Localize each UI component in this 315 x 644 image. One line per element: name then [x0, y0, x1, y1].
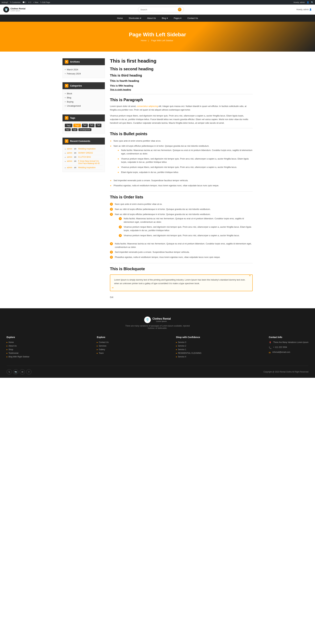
nav-about[interactable]: About Us — [144, 14, 159, 22]
admin-avatar[interactable]: 👤 — [307, 1, 309, 4]
footer-link-service4[interactable]: Service 4 — [176, 356, 202, 358]
footer-link-residential[interactable]: RESIDENTIAL CLEANING — [176, 352, 202, 354]
divider-3 — [110, 191, 253, 192]
bullet-list: Nunc quis ante et enim viverra porttitor… — [110, 138, 253, 188]
comment-4: admin on F-Zone New Arrival 5 In One Fac… — [65, 159, 102, 166]
category-blog[interactable]: Blog — [65, 96, 102, 100]
order-nested-1: Nulla facilisi. Maecenas lacinia ac nisl… — [119, 216, 253, 225]
comment-post-3[interactable]: CLUTCH BAG — [78, 156, 91, 158]
nav-pages[interactable]: Pages ▾ — [171, 14, 184, 22]
footer-link-home[interactable]: Home — [6, 341, 29, 344]
comment-author-4[interactable]: admin — [67, 160, 72, 162]
footer-col-contact-title: Contact Info — [269, 336, 309, 338]
search-input[interactable] — [140, 8, 177, 11]
tag-tag3[interactable]: Tag3 — [73, 124, 81, 127]
footer-link-shop[interactable]: Shop — [6, 348, 29, 351]
footer-link-contact[interactable]: Contact Us — [97, 341, 108, 344]
divider-4 — [110, 263, 253, 263]
footer-top: 👕 Clothes Rental Lorem Ipsum. There are … — [6, 316, 309, 329]
comment-author-3[interactable]: admin — [67, 156, 72, 158]
divider-2 — [110, 128, 253, 128]
archive-march[interactable]: March 2024 — [65, 68, 102, 72]
category-block[interactable]: Block — [65, 92, 102, 96]
archives-list: March 2024 February 2024 — [65, 68, 102, 76]
comment-author-5[interactable]: admin — [67, 166, 72, 169]
footer-link-service3[interactable]: Service 3 — [176, 341, 202, 344]
admin-bar-updates[interactable]: ⟳ 3 — [28, 1, 31, 4]
paragraph-link[interactable]: consectetur adipiscing — [137, 105, 158, 108]
tags-list: Tag1 Tag3 Tag4 Tag5 Tag6 Tag7 Tag8 Uncat… — [62, 122, 105, 133]
comment-post-4[interactable]: F-Zone New Arrival 5 In One Face Makeup … — [78, 160, 102, 164]
admin-bar-customize[interactable]: ✎ Customize — [10, 1, 20, 4]
social-instagram[interactable]: 📷 — [13, 369, 18, 374]
tag-tag8[interactable]: Tag8 — [72, 128, 78, 131]
category-buying[interactable]: Buying — [65, 100, 102, 104]
nav-contact[interactable]: Contact Us — [184, 14, 201, 22]
admin-bar-new[interactable]: + New — [33, 1, 38, 3]
footer-link-service1[interactable]: Service 1 — [176, 348, 202, 351]
widget-comments-body: admin on Wedding Inspiration admin on SK… — [62, 144, 105, 172]
contact-email: ✉ infomail@email.com — [269, 351, 309, 354]
widget-comments-icon: ▼ — [65, 139, 68, 143]
footer-col-shop-title: Shop with Confidence — [176, 336, 202, 338]
edit-link[interactable]: Edit — [110, 296, 113, 298]
footer-link-blog-right[interactable]: Blog With Right Sidebar — [6, 356, 29, 358]
nav-shortcodes[interactable]: Shortcodes ▾ — [126, 14, 144, 22]
order-1: Nunc quis ante et enim viverra porttitor… — [110, 202, 253, 207]
blockquote-box: " Lorem Ipsum is simply dummy text of th… — [110, 274, 253, 291]
nav-home[interactable]: Home — [114, 14, 126, 22]
quote-mark-top: " — [249, 274, 251, 279]
footer-link-gallery[interactable]: Gallery — [97, 348, 108, 351]
category-uncategorized[interactable]: Uncategorized — [65, 104, 102, 108]
comment-2: admin on SKINNY DRESS — [65, 151, 102, 155]
social-email[interactable]: ✉ — [20, 369, 25, 374]
sidebar: ▼ Archives March 2024 February 2024 ▼ Ca… — [62, 58, 105, 298]
breadcrumb-home[interactable]: Home — [141, 39, 146, 42]
comment-post-1[interactable]: Wedding Inspiration — [78, 148, 96, 150]
social-facebook[interactable]: f — [26, 369, 31, 374]
tag-tag7[interactable]: Tag7 — [65, 128, 71, 131]
footer-col-explore1-list: Home About Us Shop Testimonial Blog With… — [6, 341, 29, 358]
social-twitter[interactable]: 𝕏 — [6, 369, 12, 374]
comment-author-2[interactable]: admin — [67, 152, 72, 154]
widget-tags-title-bar: ▼ Tags — [62, 114, 105, 122]
search-button[interactable]: 🔍 — [178, 8, 181, 11]
widget-archives-icon: ▼ — [65, 60, 68, 64]
footer-bottom: 𝕏 📷 ✉ f Copyright @ 2023 Rental Cloths A… — [6, 366, 309, 374]
tag-tag5[interactable]: Tag5 — [89, 124, 95, 127]
tag-tag6[interactable]: Tag6 — [95, 124, 101, 127]
comment-author-1[interactable]: admin — [67, 148, 72, 150]
breadcrumb: Home | Page With Left Sidebar — [141, 39, 174, 42]
footer-link-service2[interactable]: Service 2 — [176, 345, 202, 347]
tag-tag4[interactable]: Tag4 — [82, 124, 88, 127]
comment-post-2[interactable]: SKINNY DRESS — [78, 152, 93, 154]
admin-bar-testing[interactable]: testing2 — [2, 1, 8, 3]
nav-blog[interactable]: Blog ▾ — [159, 14, 171, 22]
footer-col-explore1-title: Explore — [6, 336, 29, 338]
order-nested-2: Vivamus pretium neque libero, sed dignis… — [119, 224, 253, 233]
heading-2: This is second heading — [110, 67, 253, 71]
widget-recent-comments: ▼ Recent Comments admin on Wedding Inspi… — [62, 138, 105, 172]
footer-link-testimonial[interactable]: Testimonial — [6, 352, 29, 354]
admin-bar-edit-page[interactable]: ✎ Edit Page — [40, 1, 50, 4]
comment-post-5[interactable]: Wedding Inspiration — [78, 166, 96, 169]
admin-bar: testing2 ✎ Customize 💬 3 ⟳ 3 + New ✎ Edi… — [0, 0, 315, 4]
footer-col-shop-list: Service 3 Service 2 Service 1 RESIDENTIA… — [176, 341, 202, 358]
comment-5: admin on Wedding Inspiration — [65, 166, 102, 170]
tag-uncategorized[interactable]: Uncategorized — [78, 128, 91, 131]
archive-february[interactable]: February 2024 — [65, 72, 102, 76]
footer-link-team[interactable]: Team — [97, 352, 108, 354]
comment-3: admin on CLUTCH BAG — [65, 155, 102, 159]
order-list: Nunc quis ante et enim viverra porttitor… — [110, 202, 253, 260]
bullet-2: Nam ac nibh id turpis efficitur pellente… — [110, 144, 253, 178]
admin-bar-comments[interactable]: 💬 3 — [22, 1, 26, 4]
footer-logo: 👕 Clothes Rental Lorem Ipsum. — [6, 316, 309, 323]
contact-address: 📍 There Are Many Variations Lorem Ipsum — [269, 341, 309, 344]
tag-tag1[interactable]: Tag1 — [65, 124, 72, 127]
copyright: Copyright @ 2023 Rental Cloths All Right… — [264, 371, 309, 373]
footer-link-about[interactable]: About Us — [6, 345, 29, 347]
footer-link-services[interactable]: Services — [97, 345, 108, 347]
admin-search-icon[interactable]: 🔍 — [311, 1, 313, 4]
bullet-nested-2: Vivamus pretium neque libero, sed dignis… — [117, 156, 253, 165]
footer-col-explore2-list: Contact Us Services Gallery Team — [97, 341, 108, 354]
